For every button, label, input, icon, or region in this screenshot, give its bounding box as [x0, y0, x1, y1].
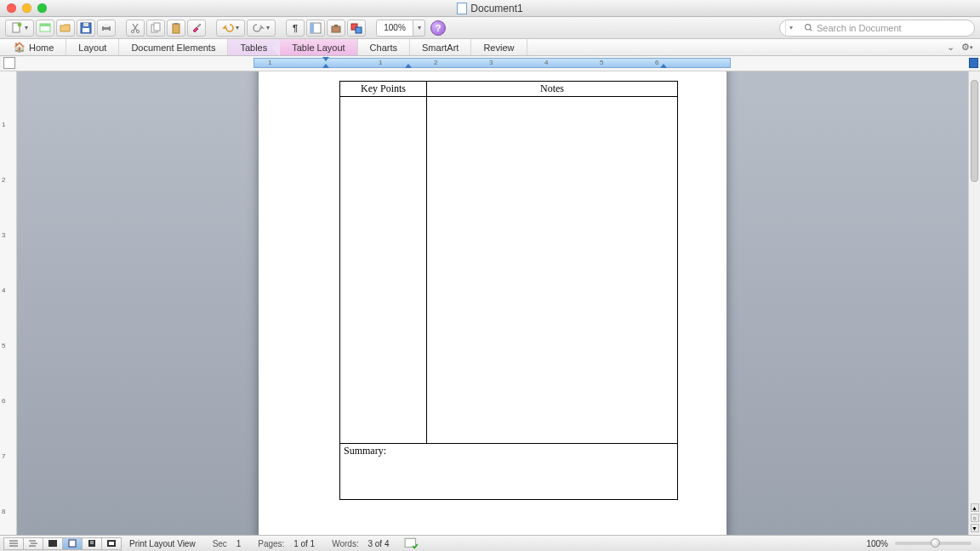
table-body-row[interactable] [340, 97, 678, 444]
zoom-slider-knob[interactable] [931, 538, 940, 548]
zoom-value[interactable]: 100% [376, 20, 413, 37]
header-cell-keypoints[interactable]: Key Points [340, 82, 427, 97]
print-layout-view-button[interactable] [62, 537, 83, 550]
print-button[interactable] [97, 20, 116, 37]
vruler-label: 3 [2, 231, 5, 239]
svg-rect-3 [40, 24, 50, 26]
open-template-button[interactable] [36, 20, 54, 37]
tab-stop-selector[interactable] [3, 57, 15, 69]
spellcheck-status-button[interactable] [404, 537, 419, 549]
table-summary-row[interactable]: Summary: [340, 444, 678, 500]
page[interactable]: Key Points Notes Summary: [259, 71, 726, 535]
tab-label: Home [29, 43, 54, 53]
horizontal-ruler[interactable]: 1 1 2 3 4 5 6 [17, 56, 968, 71]
cell-keypoints[interactable] [340, 97, 427, 444]
tab-home[interactable]: 🏠 Home [9, 39, 66, 55]
format-painter-button[interactable] [187, 20, 206, 37]
draft-view-button[interactable] [3, 537, 24, 550]
left-indent-marker[interactable] [322, 64, 329, 68]
right-indent-marker[interactable] [660, 64, 667, 68]
svg-rect-9 [104, 30, 109, 32]
cell-notes[interactable] [427, 97, 678, 444]
header-cell-notes[interactable]: Notes [427, 82, 678, 97]
vertical-scrollbar[interactable]: ▲ ○ ▼ [968, 71, 980, 535]
vruler-label: 2 [2, 176, 5, 184]
tab-table-layout[interactable]: Table Layout [280, 39, 357, 55]
pages-indicator: Pages: 1 of 1 [258, 539, 315, 548]
ruler-label: 1 [268, 59, 271, 66]
toggle-sidebar-button[interactable] [306, 20, 325, 37]
table-header-row[interactable]: Key Points Notes [340, 82, 678, 97]
sec-value: 1 [236, 539, 242, 548]
toolbox-button[interactable] [327, 20, 345, 37]
vruler-label: 5 [2, 342, 5, 349]
fullscreen-view-button[interactable] [101, 537, 122, 550]
new-document-button[interactable]: ▾ [5, 20, 34, 37]
window-title-wrap: Document1 [0, 3, 980, 14]
ruler-ticks: 1 1 2 3 4 5 6 [17, 58, 968, 68]
words-label: Words: [332, 539, 359, 548]
section-indicator: Sec 1 [213, 539, 242, 548]
hanging-indent-marker[interactable] [405, 64, 412, 68]
summary-label: Summary: [344, 445, 386, 457]
dropdown-caret-icon: ▾ [25, 24, 28, 31]
previous-page-button[interactable]: ▲ [971, 503, 979, 512]
scrollbar-thumb[interactable] [971, 80, 978, 182]
search-input[interactable] [817, 23, 969, 33]
vertical-ruler[interactable]: 1 2 3 4 5 6 7 8 [0, 71, 17, 535]
document-table[interactable]: Key Points Notes Summary: [339, 81, 678, 500]
zoom-control[interactable]: 100% ▾ [376, 20, 425, 37]
tab-charts[interactable]: Charts [358, 39, 410, 55]
double-up-icon: ▲ [971, 505, 977, 511]
open-button[interactable] [56, 20, 75, 37]
sec-label: Sec [213, 539, 227, 548]
document-canvas[interactable]: Key Points Notes Summary: [17, 71, 968, 535]
ruler-label: 5 [600, 59, 603, 66]
vruler-label: 1 [2, 121, 5, 128]
sidebar-toggle-button[interactable] [969, 58, 978, 68]
tab-layout[interactable]: Layout [66, 39, 119, 55]
toolbox-icon [330, 22, 342, 34]
zoom-window-button[interactable] [37, 3, 47, 13]
pages-label: Pages: [258, 539, 284, 548]
search-scope-dropdown[interactable]: ▾ [785, 20, 795, 36]
show-formatting-button[interactable]: ¶ [286, 20, 305, 37]
svg-rect-6 [83, 28, 89, 32]
zoom-dropdown-button[interactable]: ▾ [413, 20, 425, 37]
close-window-button[interactable] [7, 3, 16, 13]
redo-button[interactable]: ▾ [247, 20, 276, 37]
browse-object-button[interactable]: ○ [971, 514, 979, 522]
zoom-percent[interactable]: 100% [866, 539, 888, 548]
ruler-label: 3 [489, 59, 493, 66]
collapse-ribbon-button[interactable]: ⌄ [944, 42, 956, 54]
cut-button[interactable] [126, 20, 145, 37]
help-button[interactable]: ? [430, 20, 446, 36]
zoom-slider[interactable] [895, 542, 971, 545]
vruler-label: 6 [2, 397, 5, 405]
undo-button[interactable]: ▾ [216, 20, 245, 37]
svg-rect-17 [311, 23, 314, 33]
tab-review[interactable]: Review [471, 39, 527, 55]
tab-document-elements[interactable]: Document Elements [119, 39, 228, 55]
copy-pages-icon [150, 22, 162, 34]
cell-summary[interactable]: Summary: [340, 444, 678, 500]
svg-rect-21 [356, 27, 362, 33]
words-indicator: Words: 3 of 4 [332, 539, 389, 548]
save-button[interactable] [77, 20, 95, 37]
notebook-view-button[interactable] [82, 537, 102, 550]
svg-rect-28 [406, 538, 416, 547]
media-browser-button[interactable] [347, 20, 366, 37]
first-line-indent-marker[interactable] [322, 57, 329, 61]
next-page-button[interactable]: ▼ [971, 524, 979, 532]
tab-smartart[interactable]: SmartArt [410, 39, 471, 55]
paste-button[interactable] [167, 20, 185, 37]
pilcrow-icon: ¶ [293, 23, 298, 33]
outline-view-button[interactable] [23, 537, 43, 550]
minimize-window-button[interactable] [22, 3, 31, 13]
view-mode-buttons [0, 537, 121, 550]
traffic-lights [0, 3, 47, 13]
search-field-wrap[interactable]: ▾ [779, 20, 975, 37]
ribbon-settings-button[interactable]: ⚙▾ [961, 42, 973, 54]
copy-button[interactable] [146, 20, 165, 37]
publishing-view-button[interactable] [43, 537, 63, 550]
